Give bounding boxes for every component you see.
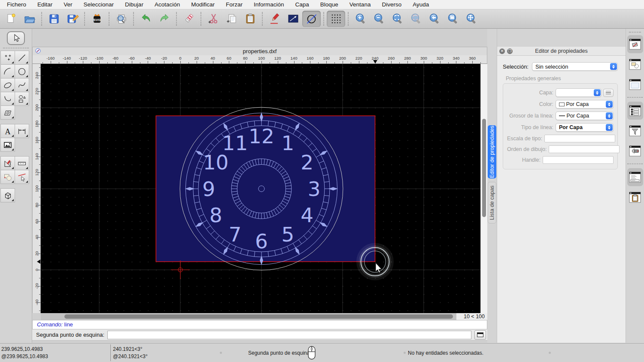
zoom-window-button[interactable] [444,11,462,27]
command-options-button[interactable] [474,330,486,340]
absolute-coordinate: 239.9625,10.4983 [1,346,43,352]
menu-acotacion[interactable]: Acotación [149,1,185,8]
tool-drafting-tools[interactable] [0,156,15,170]
close-icon[interactable]: ✕ [499,48,505,54]
vertical-scrollbar[interactable] [480,64,487,313]
grid-indicator: 10 < 100 [456,313,487,320]
grosor-de-la-linea-label: Grosor de la línea: [507,113,553,119]
eraser-button[interactable] [179,11,198,27]
color-select[interactable]: Por Capa [556,100,614,109]
selection-filter-panel-button[interactable] [627,122,643,140]
svg-text:SVG: SVG [93,18,100,22]
tool-arc-tools[interactable] [0,64,15,78]
tool-shape-tools[interactable] [15,92,29,106]
tool-ellipse-tools[interactable] [0,78,15,92]
tool-hatch-tool[interactable] [0,106,15,120]
svg-text:1: 1 [281,131,294,155]
zoom-out-button[interactable] [370,11,388,27]
window-icon [477,332,483,337]
selection-tool-button[interactable] [7,31,25,45]
menu-diverso[interactable]: Diverso [376,1,407,8]
tool-circle-tools[interactable] [15,64,29,78]
zoom-pan-button[interactable] [462,11,480,27]
tool-trim-tools[interactable] [15,170,29,184]
shapes-panel-button[interactable] [627,55,643,73]
tool-point-tools[interactable] [0,51,15,65]
tool-image-tool[interactable] [0,138,15,152]
selection-select[interactable]: Sin selección [532,62,618,71]
menu-informacion[interactable]: Información [248,1,290,8]
toolbar-separator [348,12,349,26]
cut-button[interactable] [204,11,222,27]
menu-modificar[interactable]: Modificar [185,1,220,8]
solid-tools-icon [3,191,12,200]
tool-dimension-tools[interactable] [15,124,29,138]
zoom-auto-button[interactable] [388,11,407,27]
tool-modify-tools[interactable] [0,170,15,184]
draw-pencil-button[interactable] [265,11,284,27]
escala-de-tipo-input[interactable] [544,135,615,142]
command-history-value: line [64,321,73,328]
strip-separator [627,97,643,98]
grid-toggle-button[interactable] [327,11,345,27]
grosor-de-la-linea-select[interactable]: Por Capa [556,112,614,120]
menu-fichero[interactable]: Fichero [7,1,32,8]
save-button[interactable] [45,11,63,27]
empty-window-panel-button[interactable] [627,75,643,94]
capa-select[interactable] [556,88,601,97]
detach-icon[interactable]: ❐ [507,48,513,54]
menu-capa[interactable]: Capa [290,1,315,8]
tab-lista-de-capas[interactable]: Lista de capas [488,182,496,223]
general-properties-group: Capa:Color: Por CapaGrosor de la línea: … [503,83,618,169]
command-line-panel-button[interactable] [627,168,643,186]
tool-line-tools[interactable] [15,51,29,65]
horizontal-scrollbar-thumb[interactable] [64,314,453,319]
menu-bloque[interactable]: Bloque [315,1,344,8]
drafting-tools-icon [3,159,12,168]
layer-menu-button[interactable] [603,89,614,97]
menu-forzar[interactable]: Forzar [220,1,248,8]
zoom-previous-button[interactable] [425,11,444,27]
block-list-panel-button[interactable] [627,35,643,53]
tool-solid-tools[interactable] [0,188,15,202]
tool-spline-tools[interactable] [15,78,29,92]
print-preview-button[interactable] [112,11,131,27]
tab-editor-de-propiedades[interactable]: Editor de propiedades [488,125,496,178]
svg-text:8: 8 [210,203,222,227]
undo-button[interactable] [137,11,155,27]
clipboard-panel-button[interactable] [627,188,643,206]
circle-tool-icon [305,12,318,25]
line-tool-button[interactable] [284,11,302,27]
menu-editar[interactable]: Editar [32,1,58,8]
tool-text-tool[interactable]: A [0,124,15,138]
open-folder-button[interactable] [20,11,39,27]
view-list-panel-button[interactable] [627,142,643,160]
drawing-canvas[interactable]: 121234567891011 [41,64,480,313]
zoom-in-button[interactable] [351,11,370,27]
vertical-scrollbar-thumb[interactable] [482,119,486,217]
menu-seleccionar[interactable]: Seleccionar [78,1,120,8]
orden-de-dibujo-input[interactable] [549,145,620,153]
redo-button[interactable] [155,11,173,27]
zoom-selection-button [407,11,425,27]
paste-button[interactable] [241,11,259,27]
property-editor-panel-button[interactable] [627,102,643,120]
menu-ver[interactable]: Ver [58,1,78,8]
tool-polyline-tools[interactable] [0,92,15,106]
svg-export-button[interactable]: SVG [88,11,106,27]
copy-button[interactable] [222,11,241,27]
tipo-de-linea-select[interactable]: Por Capa [556,123,614,132]
menu-ventana[interactable]: Ventana [344,1,377,8]
handle-input[interactable] [543,156,614,164]
menu-dibujar[interactable]: Dibujar [119,1,149,8]
horizontal-scrollbar[interactable] [41,313,456,320]
command-input[interactable] [107,331,471,339]
selection-value: Sin selección [535,63,568,70]
save-as-button[interactable] [63,11,82,27]
status-dot [404,352,406,354]
svg-text:4: 4 [301,203,313,227]
new-file-button[interactable] [2,11,20,27]
circle-tool-button[interactable] [302,11,321,27]
tool-measure-tools[interactable] [15,156,29,170]
menu-ayuda[interactable]: Ayuda [407,1,434,8]
